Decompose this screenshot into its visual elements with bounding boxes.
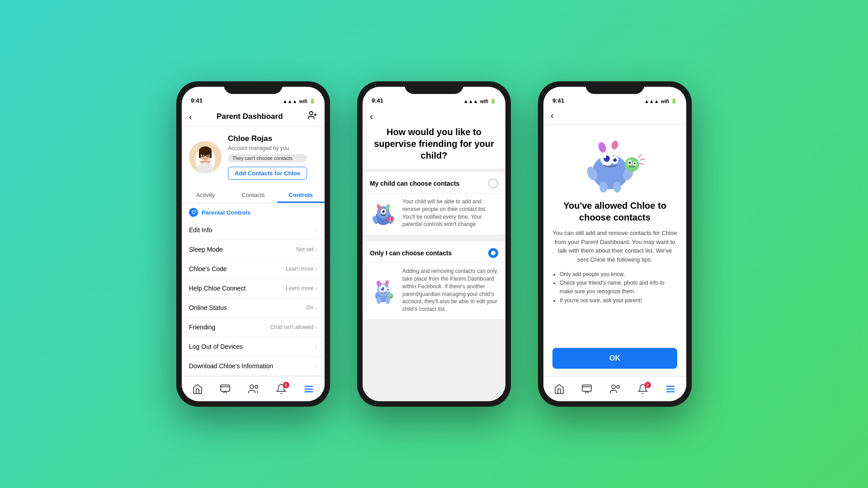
phone3-body: You've allowed Chloe to choose contacts … xyxy=(543,125,686,376)
tabs: Activity Contacts Controls xyxy=(182,187,325,203)
child-name: Chloe Rojas xyxy=(228,134,307,143)
nav-people-1[interactable] xyxy=(243,382,263,396)
radio-child-choose[interactable] xyxy=(488,178,498,188)
tab-controls[interactable]: Controls xyxy=(277,187,325,203)
shield-icon: 🛡 xyxy=(189,208,198,217)
wifi-icon: wifi xyxy=(299,99,307,104)
tips-list: Only add people you know. Check your fri… xyxy=(552,270,677,305)
svg-line-68 xyxy=(640,159,645,160)
nav-menu-3[interactable] xyxy=(660,382,680,396)
nav-home-3[interactable] xyxy=(549,382,569,396)
svg-point-71 xyxy=(612,385,615,389)
phone3-header: ‹ xyxy=(543,107,686,125)
chloes-code-item[interactable]: Chloe's Code Learn more › xyxy=(182,259,325,279)
creature-image-2 xyxy=(370,277,397,304)
back-button-1[interactable]: ‹ xyxy=(189,112,192,122)
confirmation-creature xyxy=(579,134,651,192)
supervise-friending-title: How would you like to supervise friendin… xyxy=(370,126,498,161)
parental-controls-header: 🛡 Parental Controls xyxy=(182,203,325,221)
svg-point-51 xyxy=(604,155,606,158)
signal-icon: ▲▲▲ xyxy=(283,99,297,104)
account-managed-label: Account managed by you xyxy=(228,145,307,151)
status-time-3: 9:41 xyxy=(552,97,564,104)
log-out-devices-item[interactable]: Log Out of Devices › xyxy=(182,337,325,357)
svg-point-72 xyxy=(617,385,619,388)
svg-point-39 xyxy=(387,289,389,291)
nav-people-3[interactable] xyxy=(605,382,625,396)
confirm-title: You've allowed Chloe to choose contacts xyxy=(552,200,677,223)
chevron-icon: › xyxy=(315,304,317,311)
chevron-icon: › xyxy=(315,285,317,292)
nav-bell-1[interactable]: 2 xyxy=(271,382,291,396)
nav-store-3[interactable] xyxy=(577,382,597,396)
phone-notch xyxy=(224,81,283,94)
tip-1: Only add people you know. xyxy=(560,270,677,279)
nav-store-1[interactable] xyxy=(215,382,235,396)
add-person-icon[interactable] xyxy=(307,110,317,123)
nav-header-1: ‹ Parent Dashboard xyxy=(182,107,325,127)
back-button-3[interactable]: ‹ xyxy=(551,110,554,120)
chevron-icon: › xyxy=(315,265,317,272)
svg-point-17 xyxy=(250,385,254,389)
tip-2: Check your friend's name, photo and info… xyxy=(560,279,677,296)
menu-list: 🛡 Parental Controls Edit Info › Sleep Mo… xyxy=(182,203,325,376)
phone2-content: ‹ How would you like to supervise friend… xyxy=(363,107,505,401)
ok-button[interactable]: OK xyxy=(552,348,677,369)
phone-notch-3 xyxy=(585,81,644,94)
phone-3: 9:41 ▲▲▲ wifi 🔋 ‹ xyxy=(538,81,692,407)
radio-parent-choose[interactable] xyxy=(488,248,498,258)
help-connect-item[interactable]: Help Chloe Connect Learn more › xyxy=(182,279,325,298)
chevron-icon: › xyxy=(315,343,317,350)
sleep-mode-item[interactable]: Sleep Mode Not set › xyxy=(182,240,325,259)
wifi-icon-2: wifi xyxy=(480,99,488,104)
svg-rect-16 xyxy=(221,385,230,391)
chevron-icon: › xyxy=(315,324,317,331)
notification-count-1: 2 xyxy=(283,382,289,388)
svg-point-64 xyxy=(628,161,629,162)
svg-point-60 xyxy=(613,182,621,192)
svg-point-37 xyxy=(381,287,382,289)
phone3-content: ‹ xyxy=(543,107,686,401)
online-status-item[interactable]: Online Status On › xyxy=(182,298,325,318)
option-parent-choose[interactable]: Only I can choose contacts xyxy=(363,242,505,319)
status-icons-1: ▲▲▲ wifi 🔋 xyxy=(283,98,316,104)
download-info-item[interactable]: Download Chloe's Information › xyxy=(182,357,325,376)
avatar xyxy=(189,141,222,174)
svg-line-67 xyxy=(638,155,642,157)
notification-count-3: 2 xyxy=(645,382,651,388)
phone-notch-2 xyxy=(405,81,463,94)
back-button-2[interactable]: ‹ xyxy=(370,111,373,121)
svg-point-44 xyxy=(388,293,393,299)
option-child-choose[interactable]: My child can choose contacts xyxy=(363,172,505,235)
svg-point-61 xyxy=(625,157,639,172)
add-contacts-button[interactable]: Add Contacts for Chloe xyxy=(228,167,307,180)
nav-home-1[interactable] xyxy=(188,382,208,396)
tip-3: If you're not sure, ask your parent! xyxy=(560,296,677,305)
phone-1: 9:41 ▲▲▲ wifi 🔋 ‹ Parent Dashboard xyxy=(176,81,330,407)
nav-menu-1[interactable] xyxy=(299,382,319,396)
nav-bell-3[interactable]: 2 xyxy=(633,382,653,396)
battery-icon: 🔋 xyxy=(309,98,316,104)
status-icons-2: ▲▲▲ wifi 🔋 xyxy=(463,98,496,104)
phone-2: 9:41 ▲▲▲ wifi 🔋 ‹ How would you like to … xyxy=(357,81,511,407)
bottom-nav-1: 2 xyxy=(182,376,325,401)
svg-point-0 xyxy=(310,112,313,115)
svg-point-13 xyxy=(202,155,203,156)
svg-point-42 xyxy=(377,297,381,304)
tab-contacts[interactable]: Contacts xyxy=(229,187,277,203)
svg-rect-70 xyxy=(582,385,591,391)
svg-line-69 xyxy=(639,163,643,164)
status-icons-3: ▲▲▲ wifi 🔋 xyxy=(644,98,677,104)
edit-info-item[interactable]: Edit Info › xyxy=(182,221,325,240)
creature-image-1 xyxy=(370,200,397,227)
battery-icon-3: 🔋 xyxy=(671,98,677,104)
phone1-content: ‹ Parent Dashboard xyxy=(182,107,325,401)
svg-point-66 xyxy=(634,163,636,164)
friending-item[interactable]: Friending Child isn't allowed › xyxy=(182,318,325,337)
status-time-1: 9:41 xyxy=(191,97,203,104)
profile-section: Chloe Rojas Account managed by you They … xyxy=(182,127,325,187)
contact-restriction-badge: They can't choose contacts xyxy=(228,154,307,162)
chevron-icon: › xyxy=(315,226,317,234)
tab-activity[interactable]: Activity xyxy=(182,187,229,203)
chevron-icon: › xyxy=(315,362,317,370)
